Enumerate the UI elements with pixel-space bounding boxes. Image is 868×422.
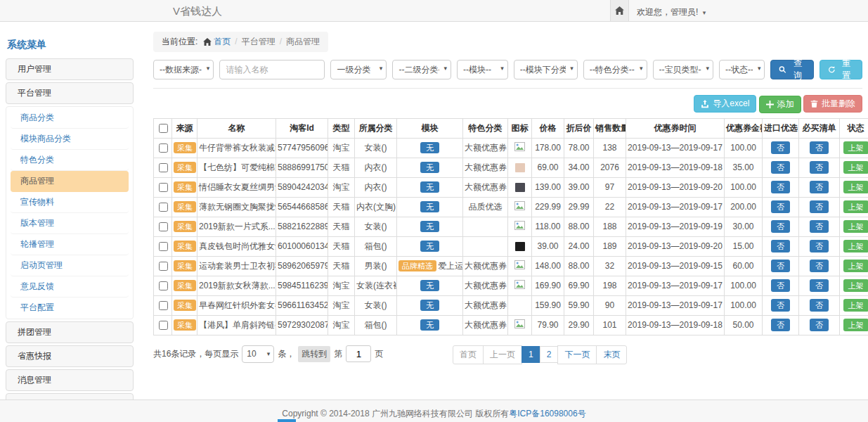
taoke-id-cell: 588869917501 [276, 158, 328, 177]
user-menu[interactable]: 欢迎您，管理员! ▾ [637, 6, 706, 18]
sales-cell: 138 [594, 138, 626, 158]
icp-link[interactable]: 粤ICP备16098006号 [509, 409, 585, 418]
import-toggle-button[interactable]: 否 [771, 200, 790, 213]
row-checkbox[interactable] [159, 143, 168, 153]
source-badge: 采集 [174, 260, 196, 271]
page-2[interactable]: 2 [540, 346, 559, 363]
sidebar-item[interactable]: 意见反馈 [11, 276, 129, 298]
status-button[interactable]: 上架 [843, 220, 868, 233]
feature-cell: 大额优惠券 [463, 138, 508, 158]
page-next[interactable]: 下一页 [557, 345, 597, 364]
import-toggle-button[interactable]: 否 [771, 319, 790, 331]
row-checkbox[interactable] [159, 301, 168, 310]
page-number-input[interactable] [346, 345, 371, 362]
sidebar-item[interactable]: 特色分类 [11, 150, 129, 171]
module-cell: 无 [397, 158, 463, 177]
sidebar-item[interactable]: 模块商品分类 [11, 129, 129, 150]
row-checkbox[interactable] [159, 222, 168, 231]
row-checkbox[interactable] [159, 321, 168, 330]
column-header: 淘客Id [276, 118, 328, 138]
sidebar-item[interactable]: 宣传物料 [11, 192, 129, 213]
sidebar-item[interactable]: 平台配置 [11, 298, 129, 318]
sidebar-section[interactable]: 平台管理 [6, 82, 134, 104]
sidebar-item[interactable]: 商品管理 [11, 171, 129, 192]
filter-select-5[interactable]: --特色分类-- [583, 60, 647, 79]
status-button[interactable]: 上架 [843, 319, 868, 331]
page-prev[interactable]: 上一页 [483, 345, 522, 364]
content-panel: 导入excel 添加 批量删除 来源名称淘客Id类型所属分类模块特色分类图标价格… [153, 88, 862, 366]
sidebar-item[interactable]: 版本管理 [11, 213, 129, 234]
reset-button[interactable]: 重置 [820, 60, 862, 79]
filter-select-6[interactable]: --宝贝类型-- [653, 60, 713, 79]
mustbuy-toggle-button[interactable]: 否 [810, 220, 829, 233]
discount-price-cell: 39.00 [564, 177, 594, 197]
filter-select-0[interactable]: --数据来源-- [153, 60, 214, 79]
import-toggle-button[interactable]: 否 [771, 240, 790, 252]
sidebar-section[interactable]: 用户管理 [6, 58, 134, 80]
status-button[interactable]: 上架 [843, 181, 868, 193]
filter-select-2[interactable]: --二级分类-- [392, 60, 451, 79]
sidebar-item[interactable]: 启动页管理 [11, 255, 129, 276]
mustbuy-cell: 否 [799, 177, 840, 197]
sidebar-item[interactable]: 商品分类 [11, 108, 129, 129]
import-toggle-button[interactable]: 否 [771, 220, 790, 233]
sidebar: 系统菜单 用户管理平台管理商品分类模块商品分类特色分类商品管理宣传物料版本管理轮… [6, 32, 134, 422]
page-first[interactable]: 首页 [453, 345, 484, 364]
import-toggle-button[interactable]: 否 [771, 161, 790, 174]
add-button[interactable]: 添加 [759, 96, 801, 113]
breadcrumb-home-link[interactable]: 首页 [214, 37, 231, 46]
taoke-id-cell: 565446685867 [276, 197, 328, 217]
filter-select-7[interactable]: --状态-- [719, 60, 765, 79]
status-button[interactable]: 上架 [843, 200, 868, 213]
filter-select-1[interactable]: 一级分类 [330, 60, 387, 79]
column-header: 特色分类 [463, 118, 508, 138]
mustbuy-toggle-button[interactable]: 否 [810, 260, 829, 272]
batch-delete-button[interactable]: 批量删除 [803, 95, 862, 113]
mustbuy-toggle-button[interactable]: 否 [810, 200, 829, 213]
status-button[interactable]: 上架 [843, 279, 868, 292]
sidebar-item[interactable]: 轮播管理 [11, 234, 129, 255]
status-button[interactable]: 上架 [843, 260, 868, 272]
row-checkbox[interactable] [159, 203, 168, 212]
filter-select-4[interactable]: --模块下分类-- [514, 60, 578, 79]
row-checkbox[interactable] [159, 262, 168, 271]
status-button[interactable]: 上架 [843, 161, 868, 174]
mustbuy-toggle-button[interactable]: 否 [810, 279, 829, 292]
row-checkbox[interactable] [159, 163, 168, 172]
status-button[interactable]: 上架 [843, 299, 868, 312]
status-button[interactable]: 上架 [843, 240, 868, 252]
row-checkbox[interactable] [159, 183, 168, 192]
per-page-select[interactable]: 10 [242, 345, 274, 363]
module-cell: 无 [397, 197, 463, 217]
sidebar-section[interactable]: 拼团管理 [6, 321, 134, 343]
module-badge: 无 [420, 201, 439, 212]
taoke-id-cell: 601000601341 [276, 236, 328, 256]
import-toggle-button[interactable]: 否 [771, 299, 790, 312]
mustbuy-toggle-button[interactable]: 否 [810, 319, 829, 331]
mustbuy-toggle-button[interactable]: 否 [810, 181, 829, 193]
mustbuy-toggle-button[interactable]: 否 [810, 240, 829, 252]
search-button[interactable]: 查询 [770, 60, 813, 79]
import-toggle-button[interactable]: 否 [771, 141, 790, 154]
status-button[interactable]: 上架 [843, 141, 868, 154]
page-1[interactable]: 1 [522, 346, 540, 363]
select-all-checkbox[interactable] [159, 124, 168, 133]
mustbuy-toggle-button[interactable]: 否 [810, 161, 829, 174]
sidebar-section[interactable]: 消息管理 [6, 369, 134, 391]
filter-select-3[interactable]: --模块-- [457, 60, 508, 79]
sidebar-section[interactable]: 省惠快报 [6, 345, 134, 367]
row-checkbox[interactable] [159, 281, 168, 290]
import-toggle-button[interactable]: 否 [771, 181, 790, 193]
mustbuy-toggle-button[interactable]: 否 [810, 141, 829, 154]
page-last[interactable]: 末页 [596, 345, 627, 364]
jump-button[interactable]: 跳转到 [298, 346, 330, 362]
import-toggle-button[interactable]: 否 [771, 279, 790, 292]
import-toggle-button[interactable]: 否 [771, 260, 790, 272]
mustbuy-toggle-button[interactable]: 否 [810, 299, 829, 312]
import-excel-button[interactable]: 导入excel [694, 95, 756, 113]
home-button[interactable] [610, 0, 629, 21]
row-checkbox[interactable] [159, 242, 168, 251]
name-search-input[interactable] [219, 60, 325, 79]
horizontal-scrollbar-thumb[interactable] [278, 419, 296, 422]
category-cell: 女装() [355, 138, 397, 158]
